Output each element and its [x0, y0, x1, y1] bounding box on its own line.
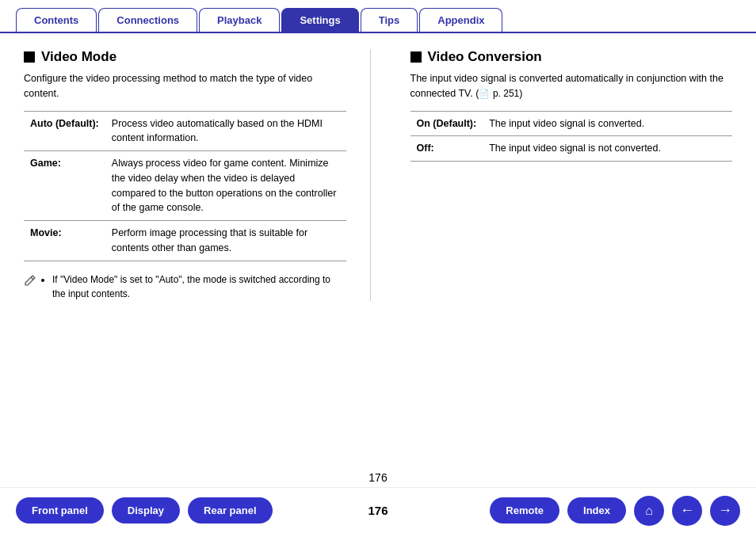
table-row: Auto (Default): Process video automatica…: [24, 111, 346, 151]
tab-contents[interactable]: Contents: [16, 8, 97, 32]
video-mode-title: Video Mode: [41, 49, 116, 65]
table-term: Off:: [410, 136, 483, 162]
video-mode-title-row: Video Mode: [24, 49, 346, 65]
table-def: The input video signal is converted.: [483, 111, 732, 136]
back-button[interactable]: ←: [672, 496, 702, 526]
table-term: On (Default):: [410, 111, 483, 136]
table-def: The input video signal is not converted.: [483, 136, 732, 162]
video-conversion-title: Video Conversion: [428, 49, 542, 65]
page-ref-link[interactable]: p. 251: [493, 88, 519, 99]
tab-playback[interactable]: Playback: [199, 8, 280, 32]
table-row: Off: The input video signal is not conve…: [410, 136, 733, 162]
video-conversion-title-row: Video Conversion: [410, 49, 733, 65]
section-title-icon-right: [410, 51, 422, 63]
tab-connections[interactable]: Connections: [98, 8, 197, 32]
display-button[interactable]: Display: [112, 497, 180, 523]
pencil-icon: [24, 274, 36, 287]
page-number: 176: [368, 471, 387, 484]
tab-settings[interactable]: Settings: [281, 8, 358, 32]
page-number-bottom: 176: [368, 504, 388, 517]
table-row: Game: Always process video for game cont…: [24, 151, 346, 221]
tab-tips[interactable]: Tips: [361, 8, 418, 32]
video-conversion-section: Video Conversion The input video signal …: [403, 49, 733, 301]
video-conversion-description: The input video signal is converted auto…: [410, 71, 733, 101]
bottom-nav-left: Front panel Display Rear panel: [16, 497, 273, 523]
index-button[interactable]: Index: [567, 497, 626, 523]
page-ref-icon: 📄: [479, 89, 490, 98]
main-content: Video Mode Configure the video processin…: [0, 33, 756, 317]
remote-button[interactable]: Remote: [490, 497, 559, 523]
table-term: Movie:: [24, 221, 105, 261]
video-conversion-table: On (Default): The input video signal is …: [410, 111, 733, 162]
note-list: If "Video Mode" is set to "Auto", the mo…: [41, 272, 346, 301]
bottom-nav: Front panel Display Rear panel 176 Remot…: [0, 487, 756, 533]
forward-button[interactable]: →: [710, 496, 740, 526]
bottom-nav-right: Remote Index ⌂ ← →: [490, 496, 740, 526]
video-mode-table: Auto (Default): Process video automatica…: [24, 111, 346, 261]
tab-appendix[interactable]: Appendix: [419, 8, 502, 32]
table-def: Process video automatically based on the…: [105, 111, 346, 151]
table-row: Movie: Perform image processing that is …: [24, 221, 346, 261]
note-section: If "Video Mode" is set to "Auto", the mo…: [24, 272, 346, 301]
home-button[interactable]: ⌂: [634, 496, 664, 526]
description-text: The input video signal is converted auto…: [410, 73, 724, 99]
table-def: Perform image processing that is suitabl…: [105, 221, 346, 261]
table-row: On (Default): The input video signal is …: [410, 111, 733, 136]
note-item: If "Video Mode" is set to "Auto", the mo…: [52, 272, 346, 301]
video-mode-section: Video Mode Configure the video processin…: [24, 49, 371, 301]
video-mode-description: Configure the video processing method to…: [24, 71, 346, 101]
front-panel-button[interactable]: Front panel: [16, 497, 104, 523]
nav-tabs: Contents Connections Playback Settings T…: [0, 0, 756, 33]
rear-panel-button[interactable]: Rear panel: [188, 497, 272, 523]
table-term: Game:: [24, 151, 105, 221]
table-def: Always process video for game content. M…: [105, 151, 346, 221]
section-title-icon: [24, 51, 35, 63]
table-term: Auto (Default):: [24, 111, 105, 151]
page-ref-text: (📄 p. 251): [475, 88, 522, 99]
